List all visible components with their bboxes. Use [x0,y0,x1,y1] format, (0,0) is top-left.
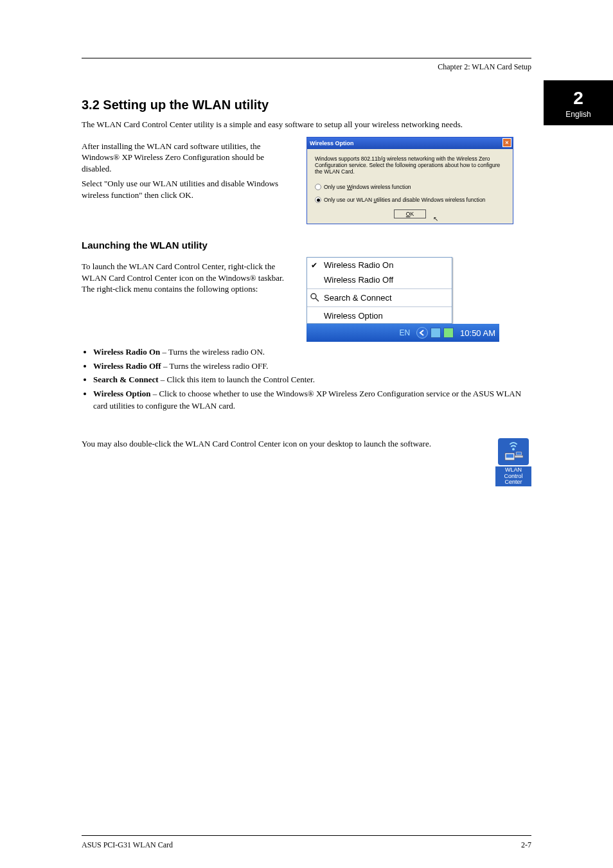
cursor-icon: ↖ [433,215,438,222]
search-icon [310,292,320,305]
dialog-titlebar: Wireless Option × [307,137,513,149]
top-rule [82,58,531,58]
options-list: Wireless Radio On – Turns the wireless r… [93,346,531,412]
list-item: Wireless Option – Click to choose whethe… [93,387,531,412]
svg-line-1 [315,298,319,301]
footer-left: ASUS PCI-G31 WLAN Card [82,840,173,850]
dialog-description: Windows supports 802.11b/g wireless netw… [315,155,505,175]
side-tab-number: 2 [544,89,613,107]
menu-item-search-connect[interactable]: Search & Connect [307,290,452,305]
desktop-icon-desc: You may also double-click the WLAN Card … [82,438,467,450]
tray-desc: To launch the WLAN Card Control Center, … [82,261,294,295]
radio-icon [315,184,321,190]
check-icon: ✔ [311,261,317,270]
list-item: Search & Connect – Click this item to la… [93,373,531,386]
dialog-desc-1: After installing the WLAN card software … [82,141,294,175]
list-item: Wireless Radio Off – Turns the wireless … [93,360,531,373]
side-tab-label: English [544,110,613,119]
wlan-icon [498,438,529,465]
chapter-header: Chapter 2: WLAN Card Setup [82,62,531,72]
subsection-title: Launching the WLAN utility [82,240,531,251]
radio-option-windows[interactable]: Only use Windows wireless function [315,184,505,190]
close-icon[interactable]: × [502,138,511,147]
tray-screenshot: ✔ Wireless Radio On Wireless Radio Off S… [306,257,499,342]
clock: 10:50 AM [460,328,495,338]
ok-button[interactable]: OK [394,209,426,218]
tray-context-menu: ✔ Wireless Radio On Wireless Radio Off S… [306,257,452,324]
footer-right: 2-7 [521,840,531,850]
menu-item-wireless-option[interactable]: Wireless Option [307,308,452,323]
taskbar: EN 10:50 AM [306,324,499,342]
desktop-icon-caption: WLANControl Center [495,466,531,487]
svg-rect-7 [517,452,522,455]
menu-item-radio-off[interactable]: Wireless Radio Off [307,272,452,287]
intro-paragraph: The WLAN Card Control Center utility is … [82,119,531,130]
side-tab: 2 English [544,80,613,125]
wlan-tray-icon[interactable] [443,328,454,338]
radio-icon [315,197,321,203]
svg-rect-4 [506,454,513,457]
svg-rect-5 [515,455,523,457]
menu-item-radio-on[interactable]: ✔ Wireless Radio On [307,258,452,272]
svg-point-2 [512,448,515,450]
menu-separator [307,306,452,307]
wireless-option-dialog: Wireless Option × Windows supports 802.1… [306,137,513,225]
dialog-desc-2: Select "Only use our WLAN utilities and … [82,178,294,200]
language-indicator[interactable]: EN [399,328,410,337]
wlan-desktop-icon[interactable]: WLANControl Center [495,438,531,487]
svg-point-0 [311,294,316,299]
dialog-title: Wireless Option [310,140,353,146]
radio-option-wlan-util[interactable]: Only use our WLAN utilities and disable … [315,197,505,203]
tray-icon[interactable] [431,328,441,338]
bottom-rule [82,835,531,836]
menu-separator [307,288,452,289]
tray-expand-icon[interactable] [416,327,428,339]
footer: ASUS PCI-G31 WLAN Card 2-7 [82,840,531,850]
list-item: Wireless Radio On – Turns the wireless r… [93,346,531,359]
section-title: 3.2 Setting up the WLAN utility [82,98,531,112]
